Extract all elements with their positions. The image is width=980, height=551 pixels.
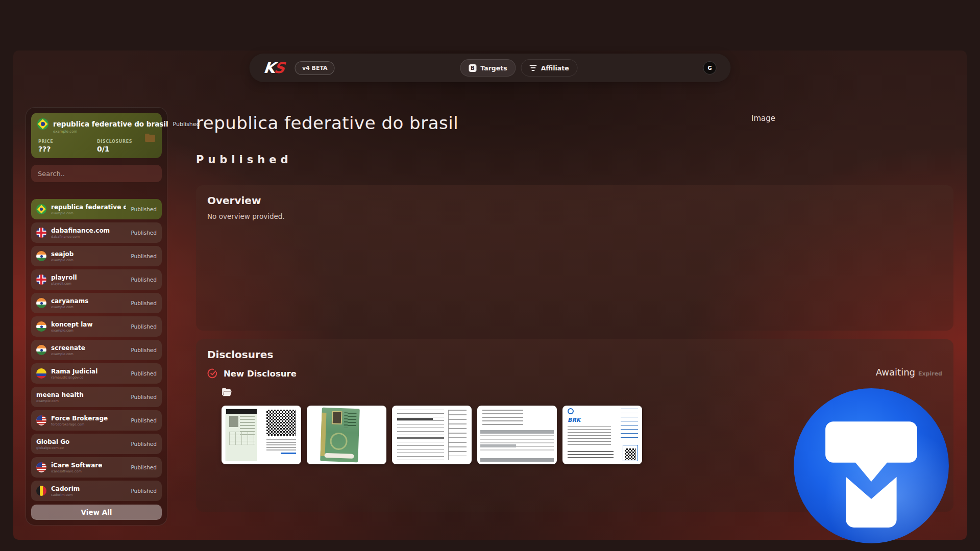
item-title: koncept law — [51, 321, 93, 328]
country-flag-icon — [36, 274, 46, 285]
portrait-photo — [229, 416, 238, 427]
list-item-screenate[interactable]: screenateexample.com Published — [31, 340, 162, 360]
list-item-playroll[interactable]: playrollplayroll.com Published — [31, 269, 162, 290]
new-disclosure-label: New Disclosure — [224, 369, 297, 379]
list-item-global-go[interactable]: Global Goglobalgo.com.pe Published — [31, 434, 162, 454]
disclosures-heading: Disclosures — [207, 348, 942, 361]
crest-icon — [568, 408, 574, 414]
list-item-koncept-law[interactable]: koncept lawexample.com Published — [31, 316, 162, 337]
country-flag-icon — [36, 228, 46, 238]
item-subtitle: icaresoftware.com — [51, 469, 102, 473]
item-status: Published — [131, 230, 157, 236]
list-item-icare-software[interactable]: iCare Softwareicaresoftware.com Publishe… — [31, 457, 162, 478]
item-status: Published — [131, 417, 157, 423]
featured-row: republica federative do brasil Published — [37, 118, 156, 130]
item-title: caryanams — [51, 297, 88, 305]
profile-badge[interactable]: G — [703, 61, 717, 74]
item-subtitle: example.com — [51, 258, 74, 262]
brk-logo-text: BRK — [568, 417, 580, 423]
list-item-rama-judicial[interactable]: Rama Judicialramajudicial.gov.co Publish… — [31, 363, 162, 384]
country-flag-icon — [36, 462, 46, 472]
invoice-art — [482, 410, 523, 427]
page-title: republica federative do brasil — [196, 113, 953, 133]
portrait-photo — [332, 411, 342, 424]
folder-icon — [144, 133, 156, 142]
targets-button[interactable]: B Targets — [460, 59, 516, 77]
country-flag-icon — [36, 204, 46, 214]
broken-image-placeholder: Image — [751, 114, 775, 123]
thumbnail-form-document[interactable] — [392, 406, 472, 464]
item-status: Published — [131, 323, 157, 330]
country-flag-icon — [36, 415, 46, 425]
item-status: Published — [131, 488, 157, 494]
ks-logo[interactable]: KS — [263, 59, 285, 77]
country-flag-icon — [36, 298, 46, 308]
item-title: republica federative do brasil — [51, 204, 126, 211]
item-status: Published — [131, 370, 157, 377]
chat-widget-logo[interactable] — [792, 387, 950, 545]
expired-label: Expired — [918, 370, 942, 377]
list-item-seajob[interactable]: seajobexample.com Published — [31, 246, 162, 266]
price-value: ??? — [38, 145, 97, 153]
price-stat: PRICE ??? — [38, 139, 97, 153]
item-title: iCare Software — [51, 462, 102, 469]
item-title: playroll — [51, 274, 77, 281]
item-title: Rama Judicial — [51, 368, 97, 375]
targets-label: Targets — [480, 64, 507, 72]
thumbnail-id-card-with-qr[interactable] — [222, 406, 301, 464]
new-disclosure-row[interactable]: New Disclosure — [207, 368, 942, 379]
thumbnail-utility-bill[interactable]: BRK — [562, 406, 642, 464]
list-item-caryanams[interactable]: caryanamsexample.com Published — [31, 293, 162, 313]
form-lines-art — [397, 410, 444, 460]
item-subtitle: example.com — [51, 329, 93, 333]
list-item-republica-federative-do-brasil[interactable]: republica federative do brasilexample.co… — [31, 199, 162, 219]
filter-icon — [530, 65, 537, 71]
disclosures-value: 0/1 — [97, 145, 156, 153]
top-nav: KS v4 BETA B Targets Affiliate G — [250, 54, 731, 82]
targets-sidebar: republica federative do brasil Published… — [26, 107, 167, 525]
featured-stats: PRICE ??? DISCLOSURES 0/1 — [38, 139, 156, 153]
logo-letter-s: S — [273, 59, 284, 77]
id-card-art — [226, 409, 257, 461]
item-title: Cadorim — [51, 485, 80, 492]
item-status: Published — [131, 253, 157, 259]
item-status: Published — [131, 206, 157, 212]
list-item-meena-health[interactable]: meena healthexample.com Published — [31, 387, 162, 407]
version-badge: v4 BETA — [295, 61, 335, 75]
item-subtitle: example.com — [36, 399, 84, 403]
qr-code-art — [266, 410, 296, 436]
awaiting-label: Awaiting — [876, 367, 915, 378]
item-title: dabafinance.com — [51, 227, 110, 234]
thumbnail-green-id-document[interactable] — [307, 406, 386, 464]
list-item-force-brokerage[interactable]: Force Brokerageforcebrokerage.com Publis… — [31, 410, 162, 431]
list-item-dabafinance[interactable]: dabafinance.comdabafinance.com Published — [31, 222, 162, 243]
view-all-button[interactable]: View All — [31, 505, 162, 520]
item-subtitle: cadorim.com — [51, 493, 80, 497]
country-flag-icon — [36, 321, 46, 332]
country-flag-icon — [36, 368, 46, 379]
item-title: screenate — [51, 344, 85, 352]
item-status: Published — [131, 464, 157, 470]
country-flag-icon — [36, 251, 46, 261]
affiliate-button[interactable]: Affiliate — [521, 59, 578, 77]
search-input[interactable] — [31, 165, 162, 182]
affiliate-label: Affiliate — [541, 64, 569, 72]
targets-list: republica federative do brasilexample.co… — [31, 199, 162, 501]
country-flag-icon — [36, 486, 46, 496]
awaiting-status: Awaiting Expired — [876, 367, 942, 378]
thumbnail-invoice-document[interactable] — [477, 406, 557, 464]
item-title: seajob — [51, 251, 74, 258]
overview-body: No overview provided. — [207, 212, 942, 220]
overview-heading: Overview — [207, 194, 942, 207]
price-label: PRICE — [38, 139, 97, 144]
open-folder-icon — [222, 388, 232, 396]
item-subtitle: example.com — [51, 211, 126, 215]
item-status: Published — [131, 300, 157, 306]
featured-target-card[interactable]: republica federative do brasil Published… — [31, 113, 162, 158]
page-status: Published — [196, 154, 953, 166]
check-circle-icon — [207, 368, 217, 379]
item-subtitle: playroll.com — [51, 282, 77, 286]
list-item-cadorim[interactable]: Cadorimcadorim.com Published — [31, 481, 162, 501]
qr-code-art — [625, 448, 636, 460]
nav-buttons: B Targets Affiliate — [460, 59, 577, 77]
